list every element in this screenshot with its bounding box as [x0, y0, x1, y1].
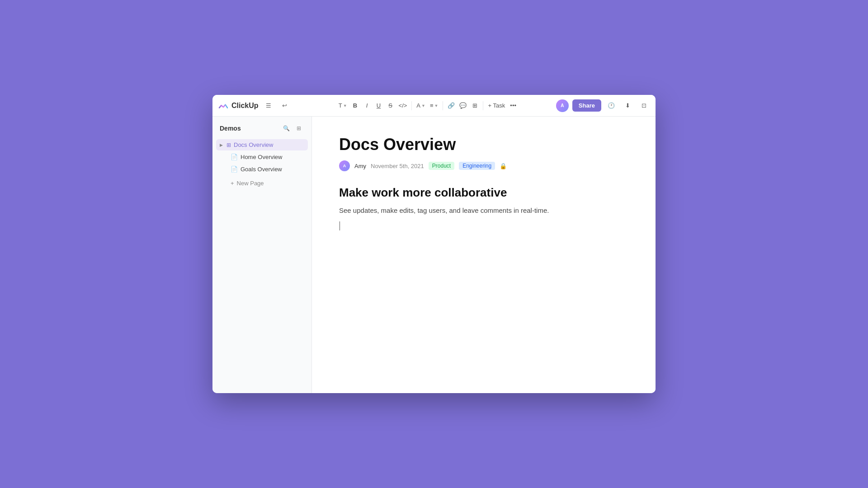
new-page-item[interactable]: + New Page: [216, 178, 308, 189]
new-page-label: New Page: [237, 180, 264, 187]
toolbar-center: T▼ B I U S </> A▼ ≡▼ 🔗 💬 ⊞ + Task •••: [301, 99, 554, 112]
clickup-logo-icon: [218, 100, 229, 111]
bold-button[interactable]: B: [350, 99, 361, 112]
divider-1: [411, 101, 412, 110]
document-title: Docs Overview: [339, 135, 628, 154]
document-meta: A Amy November 5th, 2021 Product Enginee…: [339, 160, 628, 171]
tag-engineering[interactable]: Engineering: [459, 162, 495, 170]
code-button[interactable]: </>: [397, 99, 409, 112]
avatar-image: A: [556, 99, 569, 112]
undo-button[interactable]: ↩: [278, 99, 291, 112]
grid-icon: ⊞: [226, 142, 231, 148]
task-button[interactable]: + Task: [486, 99, 507, 112]
menu-button[interactable]: ☰: [262, 99, 275, 112]
sidebar: Demos 🔍 ⊞ ▶ ⊞ Docs Overview 📄 Home Overv…: [212, 117, 312, 393]
toolbar-right: A Share 🕐 ⬇ ⊡: [556, 99, 650, 112]
author-name: Amy: [354, 163, 366, 169]
history-button[interactable]: 🕐: [605, 99, 618, 112]
divider-2: [443, 101, 443, 110]
toolbar: ClickUp ☰ ↩ T▼ B I U S </> A▼ ≡▼ 🔗 💬 ⊞: [212, 95, 656, 117]
sidebar-add-button[interactable]: ⊞: [293, 123, 304, 134]
text-cursor: [340, 221, 340, 230]
author-avatar: A: [339, 160, 350, 171]
align-button[interactable]: ≡▼: [428, 99, 440, 112]
sidebar-item-label-home: Home Overview: [241, 154, 282, 160]
doc-icon-goals: 📄: [231, 166, 238, 173]
text-style-button[interactable]: T▼: [337, 99, 349, 112]
sidebar-header: Demos 🔍 ⊞: [212, 117, 311, 137]
logo-text: ClickUp: [231, 102, 259, 110]
underline-button[interactable]: U: [373, 99, 384, 112]
view-toggle-button[interactable]: ⊡: [637, 99, 650, 112]
nav-items: ▶ ⊞ Docs Overview 📄 Home Overview 📄 Goal…: [212, 137, 311, 191]
document-date: November 5th, 2021: [371, 163, 424, 169]
sidebar-item-label: Docs Overview: [234, 141, 273, 148]
plus-icon: +: [231, 180, 234, 187]
italic-button[interactable]: I: [362, 99, 373, 112]
doc-icon-home: 📄: [231, 154, 238, 160]
main-area: Demos 🔍 ⊞ ▶ ⊞ Docs Overview 📄 Home Overv…: [212, 117, 656, 393]
comment-button[interactable]: 💬: [458, 99, 468, 112]
sidebar-item-goals-overview[interactable]: 📄 Goals Overview: [216, 164, 308, 175]
user-avatar: A: [556, 99, 569, 112]
tag-product[interactable]: Product: [429, 162, 454, 170]
sidebar-search-button[interactable]: 🔍: [281, 123, 292, 134]
cursor-area[interactable]: [339, 221, 628, 230]
sidebar-header-icons: 🔍 ⊞: [281, 123, 304, 134]
divider-3: [483, 101, 483, 110]
sidebar-item-docs-overview[interactable]: ▶ ⊞ Docs Overview: [216, 139, 308, 150]
sidebar-item-label-goals: Goals Overview: [241, 166, 282, 173]
toolbar-left: ClickUp ☰ ↩: [218, 99, 299, 112]
content-area[interactable]: Docs Overview A Amy November 5th, 2021 P…: [312, 117, 656, 393]
link-button[interactable]: 🔗: [446, 99, 457, 112]
app-window: ClickUp ☰ ↩ T▼ B I U S </> A▼ ≡▼ 🔗 💬 ⊞: [212, 95, 656, 393]
font-color-button[interactable]: A▼: [415, 99, 427, 112]
document-body: See updates, make edits, tag users, and …: [339, 205, 628, 216]
document-heading: Make work more collaborative: [339, 186, 628, 200]
more-button[interactable]: •••: [508, 99, 519, 112]
expand-arrow-icon: ▶: [220, 143, 223, 147]
privacy-icon: 🔒: [500, 163, 507, 169]
export-button[interactable]: ⬇: [621, 99, 634, 112]
logo: ClickUp: [218, 100, 259, 111]
sidebar-item-home-overview[interactable]: 📄 Home Overview: [216, 151, 308, 163]
strikethrough-button[interactable]: S: [385, 99, 396, 112]
workspace-name: Demos: [220, 125, 241, 132]
share-button[interactable]: Share: [572, 99, 601, 112]
table-button[interactable]: ⊞: [469, 99, 480, 112]
